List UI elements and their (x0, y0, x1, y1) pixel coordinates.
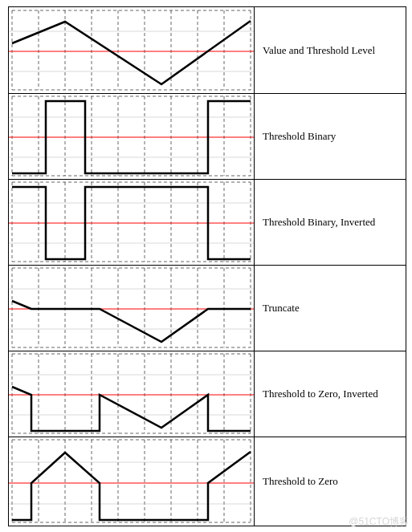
plot-binary-inv (9, 179, 254, 265)
label-text: Threshold Binary (263, 130, 336, 143)
row-tozero: Threshold to Zero (9, 437, 406, 526)
plot-original (9, 7, 254, 93)
plot-tozero-inv (9, 351, 254, 437)
label-truncate: Truncate (254, 265, 406, 351)
row-original: Value and Threshold Level (9, 7, 406, 94)
label-text: Truncate (263, 302, 300, 315)
row-truncate: Truncate (9, 265, 406, 351)
label-text: Value and Threshold Level (263, 44, 375, 57)
label-text: Threshold to Zero, Inverted (263, 388, 378, 400)
label-tozero-inv: Threshold to Zero, Inverted (254, 351, 406, 437)
row-binary: Threshold Binary (9, 93, 406, 180)
label-original: Value and Threshold Level (254, 7, 406, 93)
label-text: Threshold Binary, Inverted (263, 216, 375, 229)
threshold-figure: { "chart_data": [ { "type": "line", "nam… (8, 6, 406, 526)
label-text: Threshold to Zero (263, 475, 338, 488)
label-tozero: Threshold to Zero (254, 437, 406, 526)
row-binary-inv: Threshold Binary, Inverted (9, 179, 406, 266)
row-tozero-inv: Threshold to Zero, Inverted (9, 351, 406, 437)
plot-tozero (9, 437, 254, 522)
watermark: @51CTO博客 (349, 515, 409, 529)
label-binary-inv: Threshold Binary, Inverted (254, 179, 406, 265)
plot-binary (9, 93, 254, 179)
label-binary: Threshold Binary (254, 93, 406, 179)
plot-truncate (9, 265, 254, 351)
